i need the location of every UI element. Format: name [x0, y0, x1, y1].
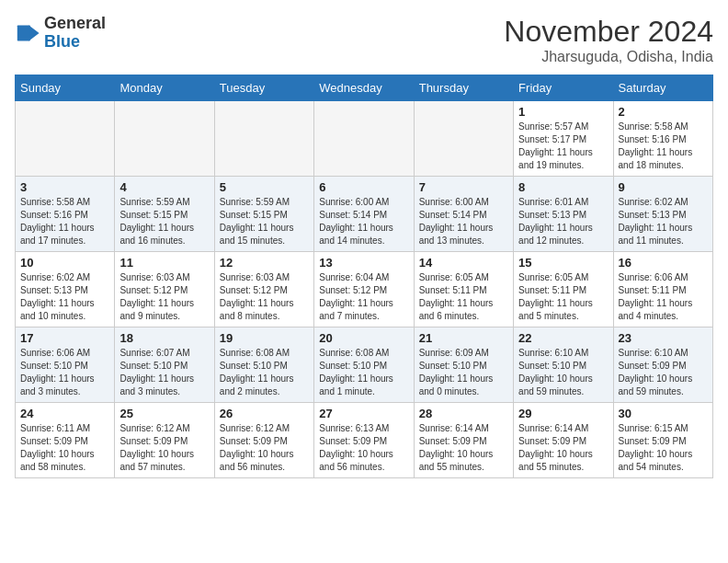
day-number: 8: [518, 180, 608, 194]
month-year: November 2024: [504, 15, 713, 49]
day-number: 22: [518, 331, 608, 345]
page-header: General Blue November 2024 Jharsuguda, O…: [15, 15, 713, 65]
day-info: Sunrise: 6:15 AMSunset: 5:09 PMDaylight:…: [619, 422, 708, 474]
calendar-cell: 22Sunrise: 6:10 AMSunset: 5:10 PMDayligh…: [514, 327, 613, 403]
calendar-cell: [16, 101, 115, 177]
day-number: 14: [419, 256, 508, 270]
calendar-cell: 27Sunrise: 6:13 AMSunset: 5:09 PMDayligh…: [314, 403, 414, 478]
calendar-week-row: 1Sunrise: 5:57 AMSunset: 5:17 PMDaylight…: [16, 101, 713, 177]
day-info: Sunrise: 6:05 AMSunset: 5:11 PMDaylight:…: [518, 271, 608, 323]
day-info: Sunrise: 6:08 AMSunset: 5:10 PMDaylight:…: [220, 347, 309, 398]
day-info: Sunrise: 6:12 AMSunset: 5:09 PMDaylight:…: [220, 422, 309, 474]
logo: General Blue: [15, 15, 106, 52]
calendar-week-row: 17Sunrise: 6:06 AMSunset: 5:10 PMDayligh…: [16, 327, 713, 403]
calendar-cell: 7Sunrise: 6:00 AMSunset: 5:14 PMDaylight…: [414, 177, 513, 252]
day-info: Sunrise: 5:57 AMSunset: 5:17 PMDaylight:…: [518, 121, 608, 172]
day-number: 18: [119, 331, 209, 345]
day-number: 24: [20, 407, 109, 420]
calendar-cell: 23Sunrise: 6:10 AMSunset: 5:09 PMDayligh…: [613, 327, 712, 403]
day-number: 25: [119, 407, 209, 420]
day-info: Sunrise: 6:00 AMSunset: 5:14 PMDaylight:…: [319, 196, 408, 247]
calendar-cell: 17Sunrise: 6:06 AMSunset: 5:10 PMDayligh…: [16, 327, 115, 403]
day-number: 16: [619, 256, 708, 270]
day-number: 3: [20, 180, 109, 194]
day-info: Sunrise: 6:12 AMSunset: 5:09 PMDaylight:…: [119, 422, 209, 474]
day-info: Sunrise: 6:14 AMSunset: 5:09 PMDaylight:…: [419, 422, 508, 474]
day-header-friday: Friday: [514, 75, 613, 101]
calendar-cell: 18Sunrise: 6:07 AMSunset: 5:10 PMDayligh…: [115, 327, 214, 403]
calendar-cell: 11Sunrise: 6:03 AMSunset: 5:12 PMDayligh…: [115, 252, 214, 327]
day-number: 4: [119, 180, 209, 194]
calendar-cell: 6Sunrise: 6:00 AMSunset: 5:14 PMDaylight…: [314, 177, 414, 252]
calendar-cell: 9Sunrise: 6:02 AMSunset: 5:13 PMDaylight…: [613, 177, 712, 252]
day-number: 23: [619, 331, 708, 345]
calendar-cell: [115, 101, 214, 177]
day-number: 9: [619, 180, 708, 194]
calendar-cell: [214, 101, 313, 177]
day-info: Sunrise: 6:10 AMSunset: 5:09 PMDaylight:…: [619, 347, 708, 398]
calendar-week-row: 24Sunrise: 6:11 AMSunset: 5:09 PMDayligh…: [16, 403, 713, 478]
day-info: Sunrise: 5:58 AMSunset: 5:16 PMDaylight:…: [20, 196, 109, 247]
calendar-cell: [414, 101, 513, 177]
svg-marker-0: [28, 25, 39, 40]
day-header-thursday: Thursday: [414, 75, 513, 101]
calendar-cell: 5Sunrise: 5:59 AMSunset: 5:15 PMDaylight…: [214, 177, 313, 252]
day-number: 15: [518, 256, 608, 270]
day-number: 13: [319, 256, 408, 270]
day-number: 20: [319, 331, 408, 345]
calendar-cell: 30Sunrise: 6:15 AMSunset: 5:09 PMDayligh…: [613, 403, 712, 478]
calendar-header-row: SundayMondayTuesdayWednesdayThursdayFrid…: [16, 75, 713, 101]
day-number: 17: [20, 331, 109, 345]
calendar-cell: 26Sunrise: 6:12 AMSunset: 5:09 PMDayligh…: [214, 403, 313, 478]
day-header-sunday: Sunday: [16, 75, 115, 101]
day-number: 1: [518, 105, 608, 119]
calendar-cell: 28Sunrise: 6:14 AMSunset: 5:09 PMDayligh…: [414, 403, 513, 478]
day-number: 11: [119, 256, 209, 270]
day-info: Sunrise: 6:04 AMSunset: 5:12 PMDaylight:…: [319, 271, 408, 323]
day-info: Sunrise: 6:00 AMSunset: 5:14 PMDaylight:…: [419, 196, 508, 247]
logo-text: General Blue: [44, 15, 106, 52]
calendar-cell: 4Sunrise: 5:59 AMSunset: 5:15 PMDaylight…: [115, 177, 214, 252]
calendar-cell: 21Sunrise: 6:09 AMSunset: 5:10 PMDayligh…: [414, 327, 513, 403]
day-number: 5: [220, 180, 309, 194]
calendar-cell: 8Sunrise: 6:01 AMSunset: 5:13 PMDaylight…: [514, 177, 613, 252]
day-number: 7: [419, 180, 508, 194]
calendar-cell: 20Sunrise: 6:08 AMSunset: 5:10 PMDayligh…: [314, 327, 414, 403]
day-info: Sunrise: 6:02 AMSunset: 5:13 PMDaylight:…: [619, 196, 708, 247]
calendar-week-row: 10Sunrise: 6:02 AMSunset: 5:13 PMDayligh…: [16, 252, 713, 327]
calendar-cell: 24Sunrise: 6:11 AMSunset: 5:09 PMDayligh…: [16, 403, 115, 478]
day-info: Sunrise: 6:03 AMSunset: 5:12 PMDaylight:…: [220, 271, 309, 323]
day-info: Sunrise: 6:10 AMSunset: 5:10 PMDaylight:…: [518, 347, 608, 398]
calendar-cell: [314, 101, 414, 177]
logo-icon: [15, 20, 40, 46]
logo-blue: Blue: [44, 32, 80, 51]
day-info: Sunrise: 6:01 AMSunset: 5:13 PMDaylight:…: [518, 196, 608, 247]
day-number: 27: [319, 407, 408, 420]
day-info: Sunrise: 5:59 AMSunset: 5:15 PMDaylight:…: [220, 196, 309, 247]
calendar-week-row: 3Sunrise: 5:58 AMSunset: 5:16 PMDaylight…: [16, 177, 713, 252]
day-info: Sunrise: 6:06 AMSunset: 5:11 PMDaylight:…: [619, 271, 708, 323]
day-info: Sunrise: 6:06 AMSunset: 5:10 PMDaylight:…: [20, 347, 109, 398]
calendar-cell: 14Sunrise: 6:05 AMSunset: 5:11 PMDayligh…: [414, 252, 513, 327]
day-number: 26: [220, 407, 309, 420]
calendar-cell: 25Sunrise: 6:12 AMSunset: 5:09 PMDayligh…: [115, 403, 214, 478]
day-number: 10: [20, 256, 109, 270]
day-header-monday: Monday: [115, 75, 214, 101]
day-info: Sunrise: 6:07 AMSunset: 5:10 PMDaylight:…: [119, 347, 209, 398]
day-info: Sunrise: 6:02 AMSunset: 5:13 PMDaylight:…: [20, 271, 109, 323]
logo-general: General: [44, 14, 106, 32]
day-number: 30: [619, 407, 708, 420]
day-number: 21: [419, 331, 508, 345]
day-number: 2: [619, 105, 708, 119]
day-number: 28: [419, 407, 508, 420]
location: Jharsuguda, Odisha, India: [504, 49, 713, 65]
day-info: Sunrise: 6:09 AMSunset: 5:10 PMDaylight:…: [419, 347, 508, 398]
day-info: Sunrise: 5:59 AMSunset: 5:15 PMDaylight:…: [119, 196, 209, 247]
day-info: Sunrise: 6:05 AMSunset: 5:11 PMDaylight:…: [419, 271, 508, 323]
day-info: Sunrise: 6:14 AMSunset: 5:09 PMDaylight:…: [518, 422, 608, 474]
calendar-cell: 16Sunrise: 6:06 AMSunset: 5:11 PMDayligh…: [613, 252, 712, 327]
day-header-wednesday: Wednesday: [314, 75, 414, 101]
calendar-cell: 15Sunrise: 6:05 AMSunset: 5:11 PMDayligh…: [514, 252, 613, 327]
day-info: Sunrise: 5:58 AMSunset: 5:16 PMDaylight:…: [619, 121, 708, 172]
day-header-tuesday: Tuesday: [214, 75, 313, 101]
